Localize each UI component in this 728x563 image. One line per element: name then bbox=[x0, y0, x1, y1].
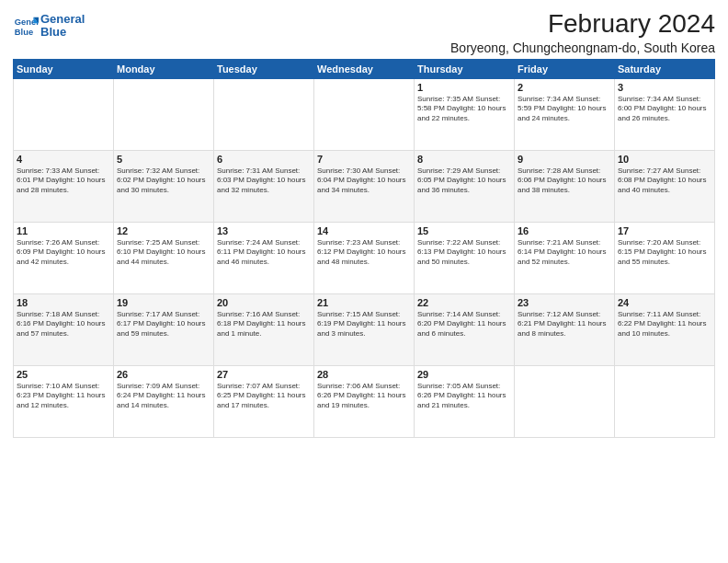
calendar-cell: 20Sunrise: 7:16 AM Sunset: 6:18 PM Dayli… bbox=[214, 294, 314, 366]
day-content: Sunrise: 7:24 AM Sunset: 6:11 PM Dayligh… bbox=[217, 238, 311, 267]
col-monday: Monday bbox=[114, 60, 214, 79]
calendar-cell bbox=[214, 79, 314, 151]
day-number: 19 bbox=[117, 297, 210, 308]
col-thursday: Thursday bbox=[415, 60, 515, 79]
day-content: Sunrise: 7:31 AM Sunset: 6:03 PM Dayligh… bbox=[217, 167, 311, 195]
day-content: Sunrise: 7:15 AM Sunset: 6:19 PM Dayligh… bbox=[317, 310, 411, 339]
day-content: Sunrise: 7:16 AM Sunset: 6:18 PM Dayligh… bbox=[217, 310, 311, 339]
calendar-cell: 7Sunrise: 7:30 AM Sunset: 6:04 PM Daylig… bbox=[314, 151, 415, 223]
day-content: Sunrise: 7:07 AM Sunset: 6:25 PM Dayligh… bbox=[217, 382, 311, 410]
calendar-week-1: 1Sunrise: 7:35 AM Sunset: 5:58 PM Daylig… bbox=[14, 79, 715, 151]
day-number: 17 bbox=[618, 225, 711, 236]
logo-text-line1: General bbox=[40, 13, 85, 26]
day-content: Sunrise: 7:10 AM Sunset: 6:23 PM Dayligh… bbox=[17, 382, 110, 410]
calendar-cell: 28Sunrise: 7:06 AM Sunset: 6:26 PM Dayli… bbox=[314, 366, 415, 438]
day-number: 9 bbox=[518, 154, 611, 165]
calendar-cell: 4Sunrise: 7:33 AM Sunset: 6:01 PM Daylig… bbox=[14, 151, 114, 223]
calendar-cell: 19Sunrise: 7:17 AM Sunset: 6:17 PM Dayli… bbox=[114, 294, 214, 366]
day-number: 21 bbox=[317, 297, 411, 308]
svg-text:Blue: Blue bbox=[15, 29, 33, 38]
calendar-cell: 6Sunrise: 7:31 AM Sunset: 6:03 PM Daylig… bbox=[214, 151, 314, 223]
calendar-week-5: 25Sunrise: 7:10 AM Sunset: 6:23 PM Dayli… bbox=[14, 366, 715, 438]
calendar-week-3: 11Sunrise: 7:26 AM Sunset: 6:09 PM Dayli… bbox=[14, 223, 715, 294]
calendar-cell: 11Sunrise: 7:26 AM Sunset: 6:09 PM Dayli… bbox=[14, 223, 114, 294]
day-content: Sunrise: 7:34 AM Sunset: 6:00 PM Dayligh… bbox=[618, 95, 711, 123]
calendar-cell: 14Sunrise: 7:23 AM Sunset: 6:12 PM Dayli… bbox=[314, 223, 415, 294]
calendar-cell: 1Sunrise: 7:35 AM Sunset: 5:58 PM Daylig… bbox=[415, 79, 515, 151]
calendar-cell bbox=[114, 79, 214, 151]
calendar-cell: 3Sunrise: 7:34 AM Sunset: 6:00 PM Daylig… bbox=[615, 79, 715, 151]
day-number: 11 bbox=[17, 225, 110, 236]
day-content: Sunrise: 7:05 AM Sunset: 6:26 PM Dayligh… bbox=[417, 382, 511, 410]
day-number: 13 bbox=[217, 225, 311, 236]
header-row: Sunday Monday Tuesday Wednesday Thursday… bbox=[14, 60, 715, 79]
calendar-cell: 25Sunrise: 7:10 AM Sunset: 6:23 PM Dayli… bbox=[14, 366, 114, 438]
calendar-cell: 5Sunrise: 7:32 AM Sunset: 6:02 PM Daylig… bbox=[114, 151, 214, 223]
day-content: Sunrise: 7:22 AM Sunset: 6:13 PM Dayligh… bbox=[417, 238, 511, 267]
logo-text-line2: Blue bbox=[40, 26, 85, 39]
calendar-cell: 18Sunrise: 7:18 AM Sunset: 6:16 PM Dayli… bbox=[14, 294, 114, 366]
calendar-week-4: 18Sunrise: 7:18 AM Sunset: 6:16 PM Dayli… bbox=[14, 294, 715, 366]
day-content: Sunrise: 7:29 AM Sunset: 6:05 PM Dayligh… bbox=[417, 167, 511, 195]
calendar-cell bbox=[515, 366, 615, 438]
calendar-cell: 13Sunrise: 7:24 AM Sunset: 6:11 PM Dayli… bbox=[214, 223, 314, 294]
calendar-cell: 8Sunrise: 7:29 AM Sunset: 6:05 PM Daylig… bbox=[415, 151, 515, 223]
day-number: 22 bbox=[417, 297, 511, 308]
day-content: Sunrise: 7:12 AM Sunset: 6:21 PM Dayligh… bbox=[518, 310, 611, 339]
day-number: 16 bbox=[518, 225, 611, 236]
day-number: 2 bbox=[518, 82, 611, 93]
logo: General Blue General Blue bbox=[13, 13, 85, 40]
day-content: Sunrise: 7:21 AM Sunset: 6:14 PM Dayligh… bbox=[518, 238, 611, 267]
day-content: Sunrise: 7:23 AM Sunset: 6:12 PM Dayligh… bbox=[317, 238, 411, 267]
day-number: 6 bbox=[217, 154, 311, 165]
day-number: 29 bbox=[417, 369, 511, 380]
day-number: 1 bbox=[417, 82, 511, 93]
day-number: 14 bbox=[317, 225, 411, 236]
day-number: 12 bbox=[117, 225, 210, 236]
calendar-cell bbox=[14, 79, 114, 151]
day-content: Sunrise: 7:18 AM Sunset: 6:16 PM Dayligh… bbox=[17, 310, 110, 339]
day-content: Sunrise: 7:35 AM Sunset: 5:58 PM Dayligh… bbox=[417, 95, 511, 123]
day-content: Sunrise: 7:25 AM Sunset: 6:10 PM Dayligh… bbox=[117, 238, 210, 267]
calendar-cell: 23Sunrise: 7:12 AM Sunset: 6:21 PM Dayli… bbox=[515, 294, 615, 366]
calendar-cell: 29Sunrise: 7:05 AM Sunset: 6:26 PM Dayli… bbox=[415, 366, 515, 438]
calendar-cell: 16Sunrise: 7:21 AM Sunset: 6:14 PM Dayli… bbox=[515, 223, 615, 294]
calendar-cell: 15Sunrise: 7:22 AM Sunset: 6:13 PM Dayli… bbox=[415, 223, 515, 294]
calendar-cell: 27Sunrise: 7:07 AM Sunset: 6:25 PM Dayli… bbox=[214, 366, 314, 438]
calendar-cell: 17Sunrise: 7:20 AM Sunset: 6:15 PM Dayli… bbox=[615, 223, 715, 294]
col-sunday: Sunday bbox=[14, 60, 114, 79]
day-number: 25 bbox=[17, 369, 110, 380]
day-number: 4 bbox=[17, 154, 110, 165]
title-area: February 2024 Boryeong, Chungcheongnam-d… bbox=[450, 9, 715, 55]
col-wednesday: Wednesday bbox=[314, 60, 415, 79]
calendar-cell: 26Sunrise: 7:09 AM Sunset: 6:24 PM Dayli… bbox=[114, 366, 214, 438]
day-number: 7 bbox=[317, 154, 411, 165]
calendar-table: Sunday Monday Tuesday Wednesday Thursday… bbox=[13, 59, 715, 438]
page: General Blue General Blue February 2024 … bbox=[0, 0, 728, 563]
calendar-cell: 22Sunrise: 7:14 AM Sunset: 6:20 PM Dayli… bbox=[415, 294, 515, 366]
day-content: Sunrise: 7:30 AM Sunset: 6:04 PM Dayligh… bbox=[317, 167, 411, 195]
day-number: 18 bbox=[17, 297, 110, 308]
calendar-cell: 10Sunrise: 7:27 AM Sunset: 6:08 PM Dayli… bbox=[615, 151, 715, 223]
day-content: Sunrise: 7:09 AM Sunset: 6:24 PM Dayligh… bbox=[117, 382, 210, 410]
calendar-cell: 21Sunrise: 7:15 AM Sunset: 6:19 PM Dayli… bbox=[314, 294, 415, 366]
day-content: Sunrise: 7:32 AM Sunset: 6:02 PM Dayligh… bbox=[117, 167, 210, 195]
day-number: 24 bbox=[618, 297, 711, 308]
logo-icon: General Blue bbox=[13, 13, 39, 39]
day-number: 10 bbox=[618, 154, 711, 165]
day-number: 15 bbox=[417, 225, 511, 236]
calendar-cell: 9Sunrise: 7:28 AM Sunset: 6:06 PM Daylig… bbox=[515, 151, 615, 223]
day-content: Sunrise: 7:33 AM Sunset: 6:01 PM Dayligh… bbox=[17, 167, 110, 195]
day-content: Sunrise: 7:14 AM Sunset: 6:20 PM Dayligh… bbox=[417, 310, 511, 339]
subtitle: Boryeong, Chungcheongnam-do, South Korea bbox=[450, 40, 715, 55]
calendar-cell: 12Sunrise: 7:25 AM Sunset: 6:10 PM Dayli… bbox=[114, 223, 214, 294]
day-content: Sunrise: 7:17 AM Sunset: 6:17 PM Dayligh… bbox=[117, 310, 210, 339]
day-number: 23 bbox=[518, 297, 611, 308]
day-content: Sunrise: 7:06 AM Sunset: 6:26 PM Dayligh… bbox=[317, 382, 411, 410]
day-content: Sunrise: 7:28 AM Sunset: 6:06 PM Dayligh… bbox=[518, 167, 611, 195]
col-saturday: Saturday bbox=[615, 60, 715, 79]
main-title: February 2024 bbox=[450, 9, 715, 39]
calendar-cell: 2Sunrise: 7:34 AM Sunset: 5:59 PM Daylig… bbox=[515, 79, 615, 151]
header: General Blue General Blue February 2024 … bbox=[13, 9, 715, 55]
day-number: 8 bbox=[417, 154, 511, 165]
